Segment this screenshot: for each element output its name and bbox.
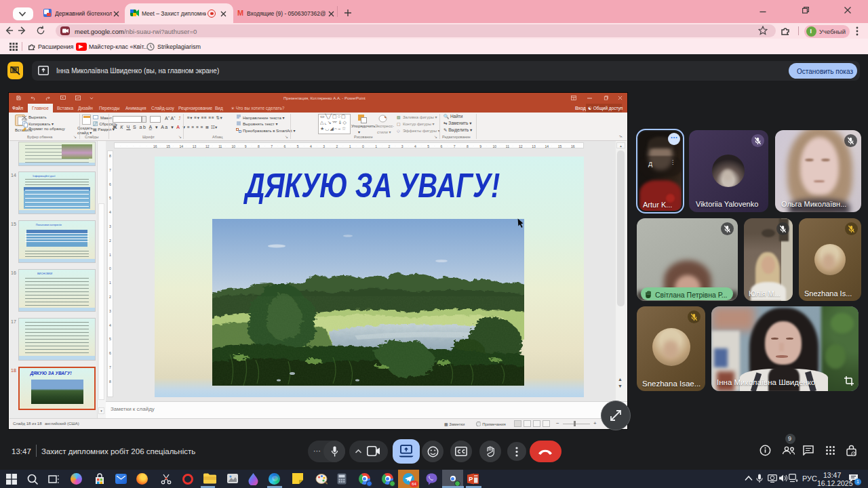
svg-text:P: P [469, 476, 473, 483]
